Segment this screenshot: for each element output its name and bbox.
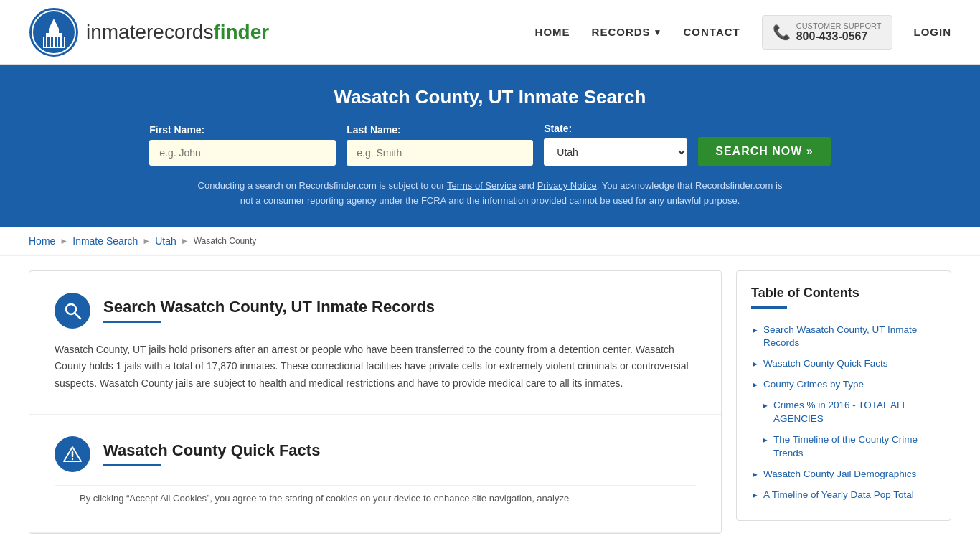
state-group: State: Utah Alabama Alaska Arizona Calif… bbox=[544, 123, 687, 166]
svg-rect-2 bbox=[43, 37, 65, 47]
nav-login[interactable]: LOGIN bbox=[914, 26, 952, 38]
toc-chevron-4: ► bbox=[761, 401, 769, 410]
section1-divider bbox=[103, 321, 161, 323]
breadcrumb-inmate-search[interactable]: Inmate Search bbox=[72, 235, 138, 247]
nav-records-label: RECORDS bbox=[592, 26, 651, 38]
left-column: Search Wasatch County, UT Inmate Records… bbox=[29, 270, 722, 534]
inmate-records-section: Search Wasatch County, UT Inmate Records… bbox=[29, 271, 721, 415]
page-title: Wasatch County, UT Inmate Search bbox=[29, 86, 951, 108]
breadcrumb-sep-1: ► bbox=[60, 236, 68, 246]
toc-link-5[interactable]: The Timeline of the County Crime Trends bbox=[773, 433, 936, 461]
toc-chevron-1: ► bbox=[751, 326, 759, 334]
terms-link[interactable]: Terms of Service bbox=[447, 180, 517, 191]
site-header: inmaterecordsfinder HOME RECORDS ▼ CONTA… bbox=[0, 0, 980, 65]
section2-divider bbox=[103, 464, 161, 466]
toc-item-5: ► The Timeline of the County Crime Trend… bbox=[751, 430, 936, 464]
first-name-group: First Name: bbox=[149, 124, 336, 166]
toc-item-7: ► A Timeline of Yearly Data Pop Total bbox=[751, 485, 936, 506]
toc-item-6: ► Wasatch County Jail Demographics bbox=[751, 464, 936, 485]
toc-list: ► Search Wasatch County, UT Inmate Recor… bbox=[751, 320, 936, 506]
cookie-text: By clicking “Accept All Cookies”, you ag… bbox=[55, 485, 696, 511]
last-name-label: Last Name: bbox=[347, 124, 533, 136]
first-name-label: First Name: bbox=[149, 124, 336, 136]
toc-link-2[interactable]: Wasatch County Quick Facts bbox=[763, 357, 888, 371]
section2-header: Wasatch County Quick Facts bbox=[55, 436, 696, 472]
toc-chevron-3: ► bbox=[751, 380, 759, 389]
right-sidebar: Table of Contents ► Search Wasatch Count… bbox=[736, 270, 951, 534]
toc-item-3: ► County Crimes by Type bbox=[751, 375, 936, 395]
section2-title-block: Wasatch County Quick Facts bbox=[103, 441, 320, 466]
toc-link-6[interactable]: Wasatch County Jail Demographics bbox=[763, 468, 916, 481]
breadcrumb-home[interactable]: Home bbox=[29, 235, 55, 247]
svg-rect-7 bbox=[47, 37, 50, 47]
toc-divider bbox=[751, 306, 787, 309]
svg-rect-10 bbox=[58, 37, 60, 47]
toc-title: Table of Contents bbox=[751, 286, 936, 301]
section1-title-block: Search Wasatch County, UT Inmate Records bbox=[103, 298, 435, 323]
support-label: CUSTOMER SUPPORT bbox=[796, 22, 882, 30]
toc-item-4: ► Crimes % in 2016 - TOTAL ALL AGENCIES bbox=[751, 395, 936, 430]
breadcrumb: Home ► Inmate Search ► Utah ► Wasatch Co… bbox=[0, 227, 980, 256]
last-name-group: Last Name: bbox=[347, 124, 533, 166]
search-button[interactable]: SEARCH NOW » bbox=[698, 137, 830, 166]
state-label: State: bbox=[544, 123, 687, 134]
toc-box: Table of Contents ► Search Wasatch Count… bbox=[736, 270, 951, 521]
state-select[interactable]: Utah Alabama Alaska Arizona California C… bbox=[544, 138, 687, 166]
disclaimer-text: Conducting a search on Recordsfinder.com… bbox=[196, 179, 784, 209]
main-content: Search Wasatch County, UT Inmate Records… bbox=[0, 256, 980, 548]
breadcrumb-state[interactable]: Utah bbox=[155, 235, 176, 247]
toc-chevron-2: ► bbox=[751, 359, 759, 368]
search-form: First Name: Last Name: State: Utah Alaba… bbox=[29, 123, 951, 166]
breadcrumb-sep-2: ► bbox=[142, 236, 151, 246]
last-name-input[interactable] bbox=[347, 140, 533, 166]
search-section-icon bbox=[55, 293, 90, 329]
svg-rect-12 bbox=[43, 47, 65, 48]
privacy-link[interactable]: Privacy Notice bbox=[537, 180, 597, 191]
section1-body: Wasatch County, UT jails hold prisoners … bbox=[55, 342, 696, 392]
first-name-input[interactable] bbox=[149, 140, 336, 166]
toc-item-1: ► Search Wasatch County, UT Inmate Recor… bbox=[751, 320, 936, 354]
alert-section-icon bbox=[55, 436, 90, 472]
svg-rect-9 bbox=[55, 37, 57, 47]
logo-text[interactable]: inmaterecordsfinder bbox=[86, 21, 269, 44]
support-number: 800-433-0567 bbox=[796, 30, 882, 43]
logo-icon bbox=[29, 7, 79, 57]
quick-facts-section: Wasatch County Quick Facts By clicking “… bbox=[29, 415, 721, 533]
toc-link-4[interactable]: Crimes % in 2016 - TOTAL ALL AGENCIES bbox=[773, 399, 936, 426]
svg-rect-8 bbox=[51, 37, 53, 47]
toc-link-7[interactable]: A Timeline of Yearly Data Pop Total bbox=[763, 489, 914, 502]
svg-line-14 bbox=[75, 313, 81, 319]
svg-point-17 bbox=[72, 458, 73, 460]
toc-chevron-7: ► bbox=[751, 491, 759, 499]
logo-area: inmaterecordsfinder bbox=[29, 7, 269, 57]
svg-rect-4 bbox=[49, 29, 59, 34]
support-box[interactable]: 📞 CUSTOMER SUPPORT 800-433-0567 bbox=[762, 15, 892, 50]
nav-records[interactable]: RECORDS ▼ bbox=[592, 26, 662, 38]
section1-title: Search Wasatch County, UT Inmate Records bbox=[103, 298, 435, 316]
section1-header: Search Wasatch County, UT Inmate Records bbox=[55, 293, 696, 329]
svg-rect-6 bbox=[44, 37, 46, 47]
toc-link-3[interactable]: County Crimes by Type bbox=[763, 378, 864, 392]
breadcrumb-sep-3: ► bbox=[181, 236, 189, 246]
search-banner: Wasatch County, UT Inmate Search First N… bbox=[0, 65, 980, 227]
toc-link-1[interactable]: Search Wasatch County, UT Inmate Records bbox=[763, 324, 936, 351]
toc-item-2: ► Wasatch County Quick Facts bbox=[751, 354, 936, 375]
phone-icon: 📞 bbox=[773, 24, 791, 41]
breadcrumb-county: Wasatch County bbox=[194, 236, 257, 246]
section2-title: Wasatch County Quick Facts bbox=[103, 441, 320, 460]
support-info: CUSTOMER SUPPORT 800-433-0567 bbox=[796, 22, 882, 43]
nav-contact[interactable]: CONTACT bbox=[684, 26, 740, 38]
toc-chevron-6: ► bbox=[751, 470, 759, 479]
toc-chevron-5: ► bbox=[761, 435, 769, 444]
nav-home[interactable]: HOME bbox=[535, 26, 570, 38]
records-chevron-icon: ▼ bbox=[654, 27, 662, 37]
svg-rect-11 bbox=[62, 37, 64, 47]
main-nav: HOME RECORDS ▼ CONTACT 📞 CUSTOMER SUPPOR… bbox=[535, 15, 951, 50]
